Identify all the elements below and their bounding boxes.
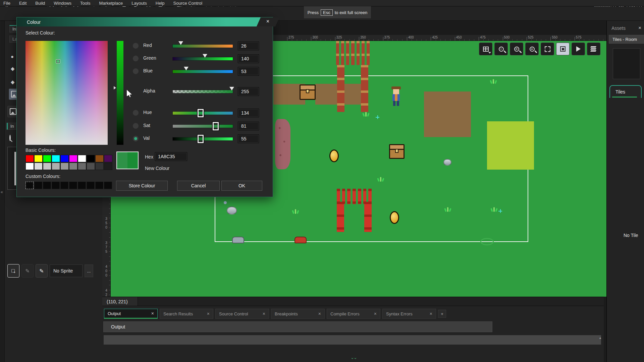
menu-source-control[interactable]: Source Control <box>173 1 203 6</box>
menu-marketplace[interactable]: Marketplace <box>99 1 123 6</box>
play-icon[interactable] <box>572 43 585 55</box>
store-colour-button[interactable]: Store Colour <box>116 181 168 191</box>
colour-swatch[interactable] <box>52 163 60 170</box>
output-tab-syntax-errors[interactable]: Syntax Errors× <box>382 309 436 319</box>
menu-edit[interactable]: Edit <box>19 1 26 6</box>
colour-swatch[interactable] <box>52 182 60 189</box>
colour-swatch[interactable] <box>69 182 77 189</box>
hue-slider-handle[interactable] <box>198 109 204 117</box>
grid-icon[interactable] <box>479 43 492 55</box>
colour-swatch[interactable] <box>34 163 43 170</box>
colour-swatch[interactable] <box>60 182 68 189</box>
menu-tools[interactable]: Tools <box>80 1 90 6</box>
output-tab-output[interactable]: Output× <box>104 309 158 319</box>
tiles-room-tab[interactable]: Tiles - Room <box>609 35 644 44</box>
colour-swatch[interactable] <box>60 155 69 162</box>
alpha-value-input[interactable]: 255 <box>238 87 259 96</box>
edit-sprite-button[interactable]: ✎ <box>21 264 34 278</box>
search-icon[interactable] <box>9 135 11 140</box>
val-slider-handle[interactable] <box>198 135 204 143</box>
colour-swatch[interactable] <box>25 155 34 162</box>
val-slider[interactable] <box>172 137 233 141</box>
val-value-input[interactable]: 55 <box>238 134 259 143</box>
blue-slider[interactable] <box>172 70 233 73</box>
colour-swatch[interactable] <box>87 182 95 189</box>
red-slider[interactable] <box>172 44 233 48</box>
blue-radio[interactable] <box>132 68 139 74</box>
colour-swatch[interactable] <box>95 163 104 170</box>
zoom-in-icon[interactable]: + <box>525 43 539 55</box>
hue-slider[interactable] <box>172 111 233 115</box>
hue-value-input[interactable]: 134 <box>238 109 259 117</box>
dialog-close-icon[interactable]: × <box>266 18 269 24</box>
sat-radio[interactable] <box>132 123 139 129</box>
colour-swatch[interactable] <box>95 155 104 162</box>
blue-value-input[interactable]: 53 <box>238 67 259 76</box>
zoom-fit-icon[interactable] <box>541 43 554 55</box>
colour-swatch[interactable] <box>69 155 77 162</box>
colour-swatch[interactable] <box>25 163 34 170</box>
green-radio[interactable] <box>132 55 139 62</box>
output-tab-compile-errors[interactable]: Compile Errors× <box>327 309 380 319</box>
green-slider-handle[interactable] <box>203 54 207 58</box>
collapse-left-icon[interactable]: « <box>1 190 3 194</box>
colour-swatch[interactable] <box>95 182 103 189</box>
blue-slider-handle[interactable] <box>184 67 189 70</box>
colour-swatch[interactable] <box>104 163 112 170</box>
tab-in[interactable]: In <box>7 123 17 130</box>
tab-close-icon[interactable]: × <box>374 311 377 316</box>
alpha-slider[interactable] <box>172 90 233 94</box>
tab-close-icon[interactable]: × <box>430 311 432 316</box>
tab-close-icon[interactable]: × <box>318 311 321 316</box>
tab-close-icon[interactable]: × <box>207 311 210 316</box>
colour-swatch[interactable] <box>78 163 86 170</box>
layers-icon[interactable] <box>587 43 600 55</box>
output-tab-breakpoints[interactable]: Breakpoints× <box>271 309 325 319</box>
colour-swatch[interactable] <box>34 155 43 162</box>
green-slider[interactable] <box>172 57 233 61</box>
collapse-panel-icon[interactable]: ⌄⌄ <box>351 355 357 360</box>
add-tab-button[interactable]: + <box>438 310 446 318</box>
tab-close-icon[interactable]: × <box>263 311 265 316</box>
add-sprite-button[interactable]: □+ <box>7 264 19 278</box>
menu-help[interactable]: Help <box>156 1 165 6</box>
colour-swatch[interactable] <box>43 155 51 162</box>
colour-swatch[interactable] <box>43 182 51 189</box>
brush-icon[interactable]: ✎ <box>36 264 48 278</box>
sprite-name-field[interactable]: No Sprite <box>50 264 83 277</box>
zoom-out-icon[interactable]: − <box>494 43 508 55</box>
menu-build[interactable]: Build <box>35 1 45 6</box>
menu-file[interactable]: File <box>3 1 10 6</box>
colour-swatch[interactable] <box>60 163 69 170</box>
red-slider-handle[interactable] <box>178 41 183 45</box>
output-tab-search-results[interactable]: Search Results× <box>160 309 213 319</box>
tileset-thumbnail[interactable] <box>613 48 640 79</box>
assets-close-icon[interactable]: × <box>638 25 641 31</box>
dialog-title-bar[interactable]: Colour <box>17 17 273 26</box>
colour-swatch[interactable] <box>43 163 51 170</box>
hue-radio[interactable] <box>132 110 139 116</box>
sat-slider[interactable] <box>172 124 233 128</box>
sprite-icon[interactable]: ◆ <box>11 66 15 72</box>
sprite-icon[interactable]: ◆ <box>11 79 15 85</box>
scroll-up-icon[interactable]: ▲ <box>599 336 602 340</box>
green-value-input[interactable]: 140 <box>238 54 259 63</box>
object-icon[interactable]: ● <box>11 54 14 59</box>
colour-swatch[interactable] <box>25 182 34 189</box>
colour-swatch[interactable] <box>69 163 77 170</box>
colour-swatch[interactable] <box>52 155 60 162</box>
tab-tiles[interactable]: Tiles <box>609 85 642 98</box>
red-radio[interactable] <box>132 43 139 49</box>
output-tab-source-control[interactable]: Source Control× <box>215 309 269 319</box>
zoom-reset-icon[interactable]: = <box>510 43 523 55</box>
val-radio[interactable] <box>132 135 139 142</box>
menu-windows[interactable]: Windows <box>54 1 71 6</box>
colour-swatch[interactable] <box>34 182 42 189</box>
output-header[interactable]: Output <box>103 321 492 332</box>
ok-button[interactable]: OK <box>221 181 262 191</box>
sat-value-input[interactable]: 81 <box>238 122 259 130</box>
cancel-button[interactable]: Cancel <box>177 181 220 191</box>
alpha-slider-handle[interactable] <box>229 87 234 90</box>
red-value-input[interactable]: 26 <box>238 42 259 50</box>
colour-swatch[interactable] <box>78 155 86 162</box>
